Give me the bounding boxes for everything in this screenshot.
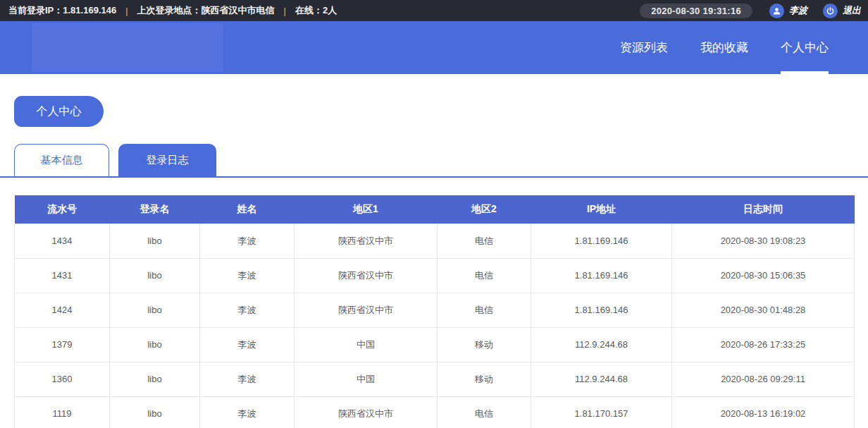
separator: |	[284, 6, 286, 16]
cell-name: 李波	[200, 327, 294, 362]
cell-name: 李波	[200, 396, 294, 428]
cell-ip: 1.81.169.146	[531, 293, 672, 327]
topbar-right-group: 2020-08-30 19:31:16 李波 退出	[640, 4, 861, 18]
table-row: 1434 libo 李波 陕西省汉中市 电信 1.81.169.146 2020…	[15, 224, 855, 258]
col-header-name: 姓名	[200, 195, 294, 224]
cell-region1: 陕西省汉中市	[294, 293, 438, 327]
cell-region2: 电信	[438, 224, 531, 258]
cell-log-time: 2020-08-26 09:29:11	[672, 362, 855, 396]
table-row: 1424 libo 李波 陕西省汉中市 电信 1.81.169.146 2020…	[15, 293, 855, 327]
col-header-ip: IP地址	[531, 195, 672, 224]
nav-item-label: 我的收藏	[700, 39, 748, 56]
table-row: 1379 libo 李波 中国 移动 112.9.244.68 2020-08-…	[15, 327, 855, 362]
cell-region1: 陕西省汉中市	[294, 396, 438, 428]
cell-serial: 1424	[15, 293, 110, 327]
cell-ip: 112.9.244.68	[531, 362, 672, 396]
cell-login-name: libo	[110, 293, 200, 327]
username-label: 李波	[789, 4, 807, 17]
cell-log-time: 2020-08-30 01:48:28	[672, 293, 855, 327]
cell-region2: 移动	[438, 327, 531, 362]
page-title-button[interactable]: 个人中心	[14, 96, 104, 127]
cell-serial: 1119	[15, 396, 110, 428]
cell-log-time: 2020-08-26 17:33:25	[672, 327, 855, 362]
cell-region1: 陕西省汉中市	[294, 258, 438, 293]
current-ip-label: 当前登录IP：1.81.169.146	[8, 4, 116, 17]
cell-login-name: libo	[110, 224, 200, 258]
cell-serial: 1379	[15, 327, 110, 362]
cell-ip: 1.81.169.146	[531, 224, 672, 258]
nav-item-resource-list[interactable]: 资源列表	[620, 21, 668, 74]
login-log-table: 流水号 登录名 姓名 地区1 地区2 IP地址 日志时间 1434 libo 李…	[14, 195, 855, 428]
tab-bar: 基本信息 登录日志	[0, 144, 868, 178]
cell-region2: 电信	[438, 258, 531, 293]
logout-button[interactable]: 退出	[823, 4, 861, 18]
cell-ip: 1.81.170.157	[531, 396, 672, 428]
top-status-bar: 当前登录IP：1.81.169.146 | 上次登录地点：陕西省汉中市电信 | …	[0, 0, 868, 21]
cell-region2: 电信	[438, 293, 531, 327]
table-row: 1431 libo 李波 陕西省汉中市 电信 1.81.169.146 2020…	[15, 258, 855, 293]
last-login-location-label: 上次登录地点：陕西省汉中市电信	[137, 4, 275, 17]
login-info-group: 当前登录IP：1.81.169.146 | 上次登录地点：陕西省汉中市电信 | …	[8, 4, 337, 17]
cell-name: 李波	[200, 224, 294, 258]
table-header-row: 流水号 登录名 姓名 地区1 地区2 IP地址 日志时间	[15, 195, 855, 224]
cell-ip: 1.81.169.146	[531, 258, 672, 293]
table-row: 1360 libo 李波 中国 移动 112.9.244.68 2020-08-…	[15, 362, 855, 396]
cell-name: 李波	[200, 258, 294, 293]
tab-login-log[interactable]: 登录日志	[118, 144, 216, 176]
logout-label: 退出	[843, 4, 861, 17]
cell-name: 李波	[200, 362, 294, 396]
nav-item-my-favorites[interactable]: 我的收藏	[700, 21, 748, 74]
main-nav: 资源列表 我的收藏 个人中心	[620, 21, 829, 74]
cell-region1: 中国	[294, 362, 438, 396]
col-header-region1: 地区1	[294, 195, 438, 224]
cell-log-time: 2020-08-13 16:19:02	[672, 396, 855, 428]
logo-placeholder	[32, 23, 223, 72]
online-count-label: 在线：2人	[295, 4, 337, 17]
cell-ip: 112.9.244.68	[531, 327, 672, 362]
cell-login-name: libo	[110, 396, 200, 428]
cell-serial: 1431	[15, 258, 110, 293]
col-header-login-name: 登录名	[110, 195, 200, 224]
active-underline	[781, 71, 829, 74]
current-time-badge: 2020-08-30 19:31:16	[640, 4, 752, 18]
col-header-serial: 流水号	[15, 195, 110, 224]
cell-login-name: libo	[110, 362, 200, 396]
tab-basic-info[interactable]: 基本信息	[14, 144, 109, 176]
separator: |	[125, 6, 128, 16]
col-header-log-time: 日志时间	[672, 195, 855, 224]
nav-item-label: 资源列表	[620, 39, 668, 56]
user-menu[interactable]: 李波	[769, 4, 807, 18]
cell-region2: 移动	[438, 362, 531, 396]
cell-serial: 1360	[15, 362, 110, 396]
nav-item-label: 个人中心	[781, 39, 829, 56]
cell-login-name: libo	[110, 327, 200, 362]
cell-region2: 电信	[438, 396, 531, 428]
nav-item-personal-center[interactable]: 个人中心	[781, 21, 829, 74]
main-header: 资源列表 我的收藏 个人中心	[0, 21, 868, 74]
col-header-region2: 地区2	[438, 195, 531, 224]
cell-region1: 陕西省汉中市	[294, 224, 438, 258]
cell-region1: 中国	[294, 327, 438, 362]
user-icon	[769, 4, 784, 18]
cell-name: 李波	[200, 293, 294, 327]
table-row: 1119 libo 李波 陕西省汉中市 电信 1.81.170.157 2020…	[15, 396, 855, 428]
cell-log-time: 2020-08-30 19:08:23	[672, 224, 855, 258]
cell-serial: 1434	[15, 224, 110, 258]
cell-login-name: libo	[110, 258, 200, 293]
power-icon	[823, 4, 838, 18]
cell-log-time: 2020-08-30 15:06:35	[672, 258, 855, 293]
